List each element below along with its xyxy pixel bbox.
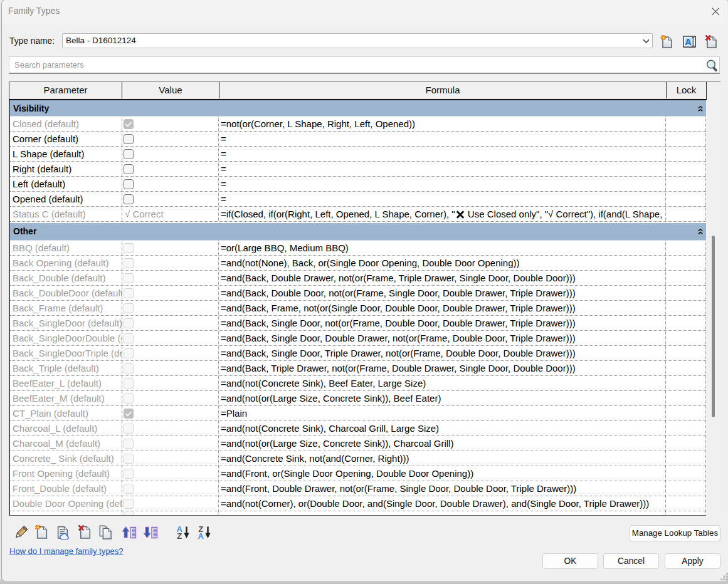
svg-text:Z: Z — [177, 531, 182, 540]
svg-text:A: A — [685, 37, 692, 47]
svg-text:A: A — [198, 531, 204, 540]
